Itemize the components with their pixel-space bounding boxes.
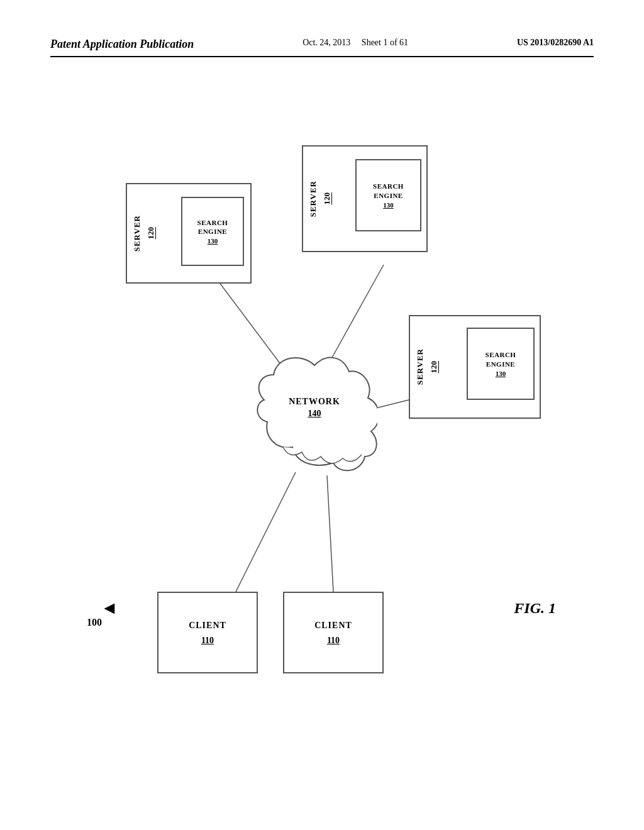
server-label-tl: SERVER — [132, 215, 142, 252]
client-num-br: 110 — [327, 636, 340, 646]
server-box-mid-right: SERVER 120 SEARCHENGINE 130 — [409, 315, 541, 419]
publication-date: Oct. 24, 2013 — [303, 38, 350, 47]
search-engine-box-mr: SEARCHENGINE 130 — [467, 328, 535, 400]
network-num: 140 — [252, 409, 377, 419]
diagram: SERVER 120 SEARCHENGINE 130 SERVER 120 S… — [50, 70, 594, 793]
server-label-tr: SERVER — [308, 180, 318, 217]
svg-line-4 — [327, 475, 333, 592]
sheet-info: Sheet 1 of 61 — [362, 38, 408, 47]
page-header: Patent Application Publication Oct. 24, … — [50, 38, 594, 57]
network-cloud: NETWORK 140 — [252, 346, 377, 485]
page: Patent Application Publication Oct. 24, … — [0, 0, 644, 830]
network-label: NETWORK — [252, 397, 377, 407]
system-ref-num: 100 — [87, 617, 102, 628]
publication-label: Patent Application Publication — [50, 38, 194, 51]
search-engine-label-tr: SEARCHENGINE — [373, 182, 404, 200]
server-num-tl: 120 — [146, 227, 156, 240]
patent-number: US 2013/0282690 A1 — [517, 38, 594, 48]
search-engine-num-mr: 130 — [496, 370, 506, 377]
server-num-mr: 120 — [429, 361, 439, 374]
figure-label: FIG. 1 — [514, 600, 556, 617]
search-engine-label-tl: SEARCHENGINE — [197, 218, 228, 236]
system-arrow: ◄ — [101, 598, 118, 618]
server-box-top-right: SERVER 120 SEARCHENGINE 130 — [302, 145, 428, 252]
search-engine-box-tl: SEARCHENGINE 130 — [181, 197, 244, 266]
search-engine-box-tr: SEARCHENGINE 130 — [355, 159, 421, 231]
server-box-top-left: SERVER 120 SEARCHENGINE 130 — [126, 183, 252, 284]
server-num-tr: 120 — [322, 192, 332, 205]
client-label-bl: CLIENT — [189, 619, 226, 632]
header-center: Oct. 24, 2013 Sheet 1 of 61 — [303, 38, 408, 48]
search-engine-num-tl: 130 — [208, 237, 218, 245]
client-box-bottom-right: CLIENT 110 — [283, 592, 384, 673]
client-box-bottom-left: CLIENT 110 — [157, 592, 258, 673]
server-label-mr: SERVER — [415, 348, 425, 385]
client-label-br: CLIENT — [314, 619, 352, 632]
search-engine-num-tr: 130 — [383, 201, 394, 209]
svg-line-3 — [236, 472, 296, 592]
search-engine-label-mr: SEARCHENGINE — [486, 350, 516, 368]
client-num-bl: 110 — [201, 636, 214, 646]
